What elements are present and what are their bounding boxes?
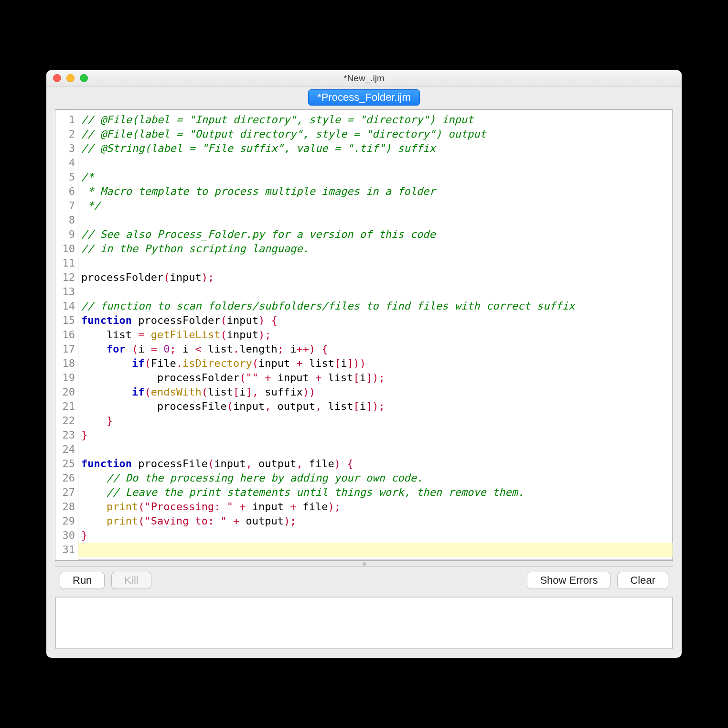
show-errors-button[interactable]: Show Errors: [527, 572, 610, 589]
clear-button[interactable]: Clear: [617, 572, 668, 589]
kill-button[interactable]: Kill: [111, 572, 151, 589]
line-number: 17: [55, 342, 75, 356]
code-line: processFolder("" + input + list[i]);: [81, 371, 669, 385]
line-number: 16: [55, 328, 75, 342]
code-line: // Leave the print statements until thin…: [81, 485, 669, 500]
titlebar: *New_.ijm: [46, 70, 682, 86]
grip-icon: [363, 562, 366, 566]
code-line: [81, 156, 669, 170]
code-line: [81, 285, 669, 299]
line-number: 29: [55, 514, 75, 528]
code-line: [81, 213, 669, 227]
code-line: // in the Python scripting language.: [81, 242, 669, 256]
line-number: 2: [55, 127, 75, 141]
zoom-icon[interactable]: [80, 74, 88, 82]
code-line: list = getFileList(input);: [81, 328, 669, 342]
line-number: 27: [55, 485, 75, 500]
code-line: processFile(input, output, list[i]);: [81, 399, 669, 414]
line-number: 19: [55, 371, 75, 385]
code-line: function processFolder(input) {: [81, 313, 669, 328]
code-line: * Macro template to process multiple ima…: [81, 184, 669, 199]
code-line: // @String(label = "File suffix", value …: [81, 141, 669, 156]
line-number: 1: [55, 113, 75, 127]
line-number: 18: [55, 356, 75, 371]
line-number: 10: [55, 242, 75, 256]
toolbar: Run Kill Show Errors Clear: [55, 567, 673, 594]
line-number: 15: [55, 313, 75, 328]
code-line: */: [81, 199, 669, 213]
line-number: 25: [55, 457, 75, 471]
code-line: // @File(label = "Input directory", styl…: [81, 113, 669, 127]
line-number: 13: [55, 285, 75, 299]
splitter-handle[interactable]: [55, 560, 673, 567]
line-number: 7: [55, 199, 75, 213]
minimize-icon[interactable]: [66, 74, 75, 82]
line-number: 21: [55, 399, 75, 414]
code-editor[interactable]: 1234567891011121314151617181920212223242…: [55, 109, 673, 560]
code-line: }: [81, 414, 669, 428]
code-line: print("Processing: " + input + file);: [81, 500, 669, 514]
code-line: }: [81, 428, 669, 442]
line-number: 14: [55, 299, 75, 313]
line-number: 11: [55, 256, 75, 270]
line-number: 12: [55, 270, 75, 285]
window-title: *New_.ijm: [46, 73, 682, 84]
line-number: 31: [55, 543, 75, 557]
line-number: 3: [55, 141, 75, 156]
line-number: 23: [55, 428, 75, 442]
code-line: [78, 543, 673, 557]
code-line: print("Saving to: " + output);: [81, 514, 669, 528]
code-line: }: [81, 528, 669, 543]
line-number: 9: [55, 227, 75, 242]
line-number: 22: [55, 414, 75, 428]
code-line: // Do the processing here by adding your…: [81, 471, 669, 485]
output-console[interactable]: [55, 597, 673, 649]
line-number: 6: [55, 184, 75, 199]
code-line: for (i = 0; i < list.length; i++) {: [81, 342, 669, 356]
tab-label: *Process_Folder.ijm: [317, 91, 411, 103]
tab-process-folder[interactable]: *Process_Folder.ijm: [308, 89, 420, 106]
line-number: 5: [55, 170, 75, 184]
line-number: 8: [55, 213, 75, 227]
line-number: 30: [55, 528, 75, 543]
line-number: 4: [55, 156, 75, 170]
code-line: if(endsWith(list[i], suffix)): [81, 385, 669, 399]
close-icon[interactable]: [53, 74, 61, 82]
tab-bar: *Process_Folder.ijm: [46, 86, 682, 109]
code-line: function processFile(input, output, file…: [81, 457, 669, 471]
line-number: 20: [55, 385, 75, 399]
code-line: // function to scan folders/subfolders/f…: [81, 299, 669, 313]
code-line: /*: [81, 170, 669, 184]
code-line: [81, 256, 669, 270]
code-line: if(File.isDirectory(input + list[i])): [81, 356, 669, 371]
code-line: // See also Process_Folder.py for a vers…: [81, 227, 669, 242]
code-area[interactable]: // @File(label = "Input directory", styl…: [78, 110, 673, 560]
line-number-gutter: 1234567891011121314151617181920212223242…: [55, 110, 78, 560]
code-line: [81, 442, 669, 457]
editor-window: *New_.ijm *Process_Folder.ijm 1234567891…: [46, 70, 682, 658]
line-number: 26: [55, 471, 75, 485]
code-line: // @File(label = "Output directory", sty…: [81, 127, 669, 141]
code-line: processFolder(input);: [81, 270, 669, 285]
line-number: 28: [55, 500, 75, 514]
line-number: 24: [55, 442, 75, 457]
run-button[interactable]: Run: [60, 572, 105, 589]
